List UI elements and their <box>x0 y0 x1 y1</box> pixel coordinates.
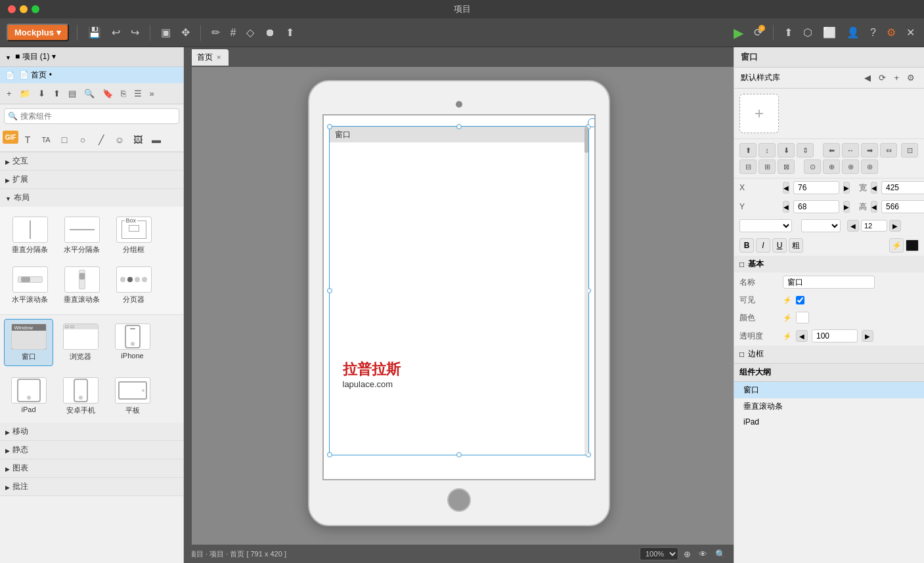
comp-v-scroll[interactable]: 垂直滚动条 <box>57 262 106 309</box>
close-app-button[interactable]: ✕ <box>904 25 917 40</box>
layout-btn5[interactable]: ⊙ <box>804 159 821 174</box>
play-button[interactable]: ▶ <box>731 24 746 42</box>
align-bottom[interactable]: ⬇ <box>778 143 795 157</box>
comp-tablet[interactable]: 平板 <box>108 373 157 420</box>
redo-button[interactable]: ↪ <box>128 25 142 40</box>
handle-bl[interactable] <box>327 452 332 457</box>
select-tool[interactable]: ▣ <box>158 25 173 40</box>
icon-face[interactable]: ☺ <box>110 131 129 149</box>
name-input[interactable] <box>783 276 875 289</box>
page-item[interactable]: 📄 📄 首页 • <box>0 67 183 83</box>
project-label[interactable]: ■ 项目 (1) ▾ <box>15 51 56 62</box>
style-settings[interactable]: ⚙ <box>904 72 917 84</box>
align-top[interactable]: ⬆ <box>739 143 757 157</box>
icon-text-area[interactable]: TA <box>37 131 55 149</box>
brand-button[interactable]: Mockplus ▾ <box>7 24 69 41</box>
note-header[interactable]: 批注 <box>0 478 183 495</box>
x-decrement[interactable]: ◀ <box>783 182 789 194</box>
zoom-select[interactable]: 100% 75% 50% 150% 200% <box>640 547 678 560</box>
style-arrow[interactable]: ◀ <box>862 72 873 84</box>
align-left[interactable]: ⬅ <box>823 143 840 157</box>
ipad-home-button[interactable] <box>447 488 471 512</box>
static-header[interactable]: 静态 <box>0 441 183 459</box>
comp-group-frame[interactable]: Box 分组框 <box>109 212 158 259</box>
font-size-input[interactable] <box>861 220 887 232</box>
zoom-eye-button[interactable]: 👁 <box>696 548 710 560</box>
distribute-h[interactable]: ⇔ <box>880 143 897 157</box>
layout-btn2[interactable]: ⊟ <box>739 159 757 174</box>
underline-button[interactable]: U <box>772 238 787 253</box>
align-center-h[interactable]: ↔ <box>842 143 859 157</box>
outline-item-window[interactable]: 窗口 <box>734 382 924 398</box>
group-button[interactable]: ▤ <box>66 87 79 100</box>
font-select[interactable] <box>739 219 792 232</box>
comp-window[interactable]: Window 窗口 <box>4 319 53 366</box>
font-size-increment[interactable]: ▶ <box>889 220 901 232</box>
outline-item-ipad[interactable]: iPad <box>734 415 924 429</box>
comp-h-scroll[interactable]: 水平滚动条 <box>5 262 55 309</box>
width-input[interactable] <box>881 181 924 194</box>
mobile-header[interactable]: 移动 <box>0 423 183 440</box>
opacity-increment[interactable]: ▶ <box>862 330 873 342</box>
comp-horizontal-divider[interactable]: 水平分隔条 <box>57 212 106 259</box>
canvas-content[interactable]: 窗口 拉普拉斯 lapulace.com <box>184 67 734 545</box>
search-input[interactable] <box>4 108 179 124</box>
align-middle-v[interactable]: ↕ <box>759 143 776 157</box>
grid-tool[interactable]: # <box>228 26 239 40</box>
device-preview[interactable]: ⬜ <box>820 25 839 40</box>
icon-table[interactable]: ▬ <box>147 131 165 149</box>
y-input[interactable] <box>793 200 839 213</box>
bold-button[interactable]: B <box>739 238 754 253</box>
handle-tl[interactable] <box>327 124 332 129</box>
minimize-button[interactable] <box>20 5 28 13</box>
window-component-selected[interactable]: 窗口 拉普拉斯 lapulace.com <box>329 126 589 455</box>
icon-image[interactable]: 🖼 <box>129 131 147 149</box>
x-increment[interactable]: ▶ <box>843 182 850 194</box>
x-input[interactable] <box>793 181 839 194</box>
comp-iphone[interactable]: iPhone <box>108 319 157 366</box>
font-size-decrement[interactable]: ◀ <box>847 220 859 232</box>
save-button[interactable]: 💾 <box>85 25 104 40</box>
copy-button[interactable]: ⎘ <box>118 87 129 100</box>
layout-btn8[interactable]: ⊛ <box>861 159 878 174</box>
handle-bm[interactable] <box>456 452 462 457</box>
sync-button[interactable]: ⟳! <box>751 25 765 40</box>
color-swatch[interactable] <box>796 312 809 323</box>
icon-rect[interactable]: □ <box>55 131 74 149</box>
chart-header[interactable]: 图表 <box>0 459 183 477</box>
up-button[interactable]: ⬆ <box>51 87 63 100</box>
bookmark-button[interactable]: 🔖 <box>100 87 116 100</box>
interaction-header[interactable]: 交互 <box>0 152 183 170</box>
extend-header[interactable]: 扩展 <box>0 171 183 188</box>
zoom-search-button[interactable]: 🔍 <box>713 548 728 560</box>
canvas-tab-homepage[interactable]: 首页 × <box>189 49 229 66</box>
user-button[interactable]: 👤 <box>844 25 862 40</box>
export-tool[interactable]: ⬆ <box>283 25 297 40</box>
add-component[interactable]: + <box>4 87 14 100</box>
move-tool[interactable]: ✥ <box>179 25 192 40</box>
settings-button[interactable]: ⚙ <box>884 25 898 40</box>
comp-ipad[interactable]: iPad <box>4 373 53 420</box>
folder-button[interactable]: 📁 <box>17 87 33 100</box>
share-button[interactable]: ⬆ <box>781 25 795 40</box>
distribute-v[interactable]: ⇕ <box>797 143 814 157</box>
style-add[interactable]: + <box>891 72 902 84</box>
close-button[interactable] <box>8 5 16 13</box>
list-button[interactable]: ☰ <box>131 87 144 100</box>
tab-close-icon[interactable]: × <box>217 53 221 61</box>
undo-button[interactable]: ↩ <box>109 25 123 40</box>
search-button[interactable]: 🔍 <box>81 87 97 100</box>
layout-btn3[interactable]: ⊞ <box>759 159 776 174</box>
italic-button[interactable]: I <box>756 238 770 253</box>
zoom-fit-button[interactable]: ⊕ <box>681 548 693 560</box>
layout-header[interactable]: 布局 <box>0 189 183 207</box>
layout-btn6[interactable]: ⊕ <box>823 159 840 174</box>
layout-btn4[interactable]: ⊠ <box>778 159 795 174</box>
add-style-button[interactable]: + <box>739 94 779 133</box>
style-refresh[interactable]: ⟳ <box>876 72 889 84</box>
handle-ml[interactable] <box>327 288 332 293</box>
strikethrough-button[interactable]: 粗 <box>789 238 803 253</box>
shape-tool[interactable]: ◇ <box>244 25 257 40</box>
layout-btn1[interactable]: ⊡ <box>901 143 918 157</box>
icon-line[interactable]: ╱ <box>92 131 110 149</box>
